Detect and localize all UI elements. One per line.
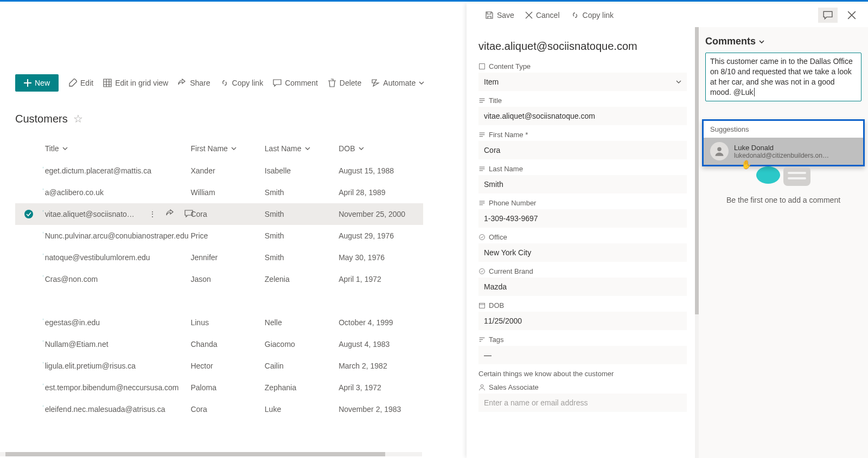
column-dob[interactable]: DOB (339, 144, 423, 153)
comment-icon (273, 79, 282, 87)
column-first-name[interactable]: First Name (190, 144, 264, 153)
cell-ln: Zephania (265, 383, 339, 392)
dob-input[interactable]: 11/25/2000 (478, 312, 687, 330)
copylink-button[interactable]: Copy link (220, 79, 264, 87)
corner-indicator-icon: ↗ (43, 231, 44, 236)
edit-grid-label: Edit in grid view (115, 79, 168, 87)
share-inline-icon[interactable] (166, 209, 175, 220)
table-row[interactable]: ↗a@aclibero.co.ukWilliamSmithApril 28, 1… (15, 182, 423, 203)
text-icon (478, 97, 486, 104)
cell-title[interactable]: ↗Nullam@Etiam.net (43, 340, 191, 349)
cell-title[interactable]: ↗est.tempor.bibendum@neccursusa.com (43, 383, 191, 392)
bubble-icon (783, 166, 810, 186)
comments-toggle-button[interactable] (818, 8, 838, 23)
svg-point-5 (717, 147, 722, 152)
cell-dob: April 3, 1972 (339, 383, 423, 392)
horizontal-scrollbar[interactable] (0, 452, 422, 456)
pane-copylink-button[interactable]: Copy link (571, 11, 614, 20)
chevron-down-icon (305, 146, 310, 151)
table-row[interactable]: ↗Cras@non.comJasonZeleniaApril 1, 1972 (15, 268, 423, 290)
field-label: Sales Associate (478, 383, 687, 391)
table-row[interactable]: ↗ligula.elit.pretium@risus.caHectorCaili… (15, 355, 423, 377)
automate-button[interactable]: Automate (371, 79, 424, 87)
cell-title[interactable]: ↗egestas@in.edu (43, 318, 191, 327)
cell-title[interactable]: ↗Cras@non.com (43, 275, 191, 283)
corner-indicator-icon: ↗ (43, 383, 44, 388)
table-row[interactable]: ↗natoque@vestibulumlorem.eduJenniferSmit… (15, 247, 423, 268)
cell-title[interactable]: ↗natoque@vestibulumlorem.edu (43, 253, 191, 262)
row-inline-actions: ⋮ (149, 209, 193, 220)
new-button[interactable]: New (15, 74, 59, 92)
field-brand: Current Brand Mazda (478, 267, 687, 296)
cell-fn: Price (190, 231, 264, 240)
cell-title[interactable]: ↗eleifend.nec.malesuada@atrisus.ca (43, 405, 191, 414)
mention-suggestions-popover: Suggestions Luke Donald lukedonald@citiz… (702, 119, 865, 166)
suggestion-item[interactable]: Luke Donald lukedonald@citizenbuilders.o… (704, 138, 863, 165)
comments-header[interactable]: Comments (705, 36, 861, 47)
sales-associate-input[interactable]: Enter a name or email address (478, 394, 687, 412)
comment-textarea[interactable]: This customer came in to the Dallas Offi… (705, 53, 861, 101)
first-name-input[interactable]: Cora (478, 141, 687, 159)
cell-title[interactable]: ↗eget.dictum.placerat@mattis.ca (43, 166, 191, 175)
svg-point-4 (481, 385, 483, 388)
plus-icon (24, 79, 31, 87)
field-label: Phone Number (478, 199, 687, 207)
scrollbar-thumb[interactable] (695, 27, 699, 314)
cell-title[interactable]: ↗a@aclibero.co.uk (43, 188, 191, 197)
save-icon (485, 11, 494, 20)
table-row[interactable]: ↗Nunc.pulvinar.arcu@conubianostraper.edu… (15, 225, 423, 247)
favorite-star-icon[interactable]: ☆ (73, 112, 83, 125)
cell-fn: Jason (190, 275, 264, 283)
automate-label: Automate (383, 79, 416, 87)
edit-grid-button[interactable]: Edit in grid view (103, 79, 168, 87)
table-row[interactable]: ↗Nullam@Etiam.netChandaGiacomoAugust 4, … (15, 333, 423, 355)
field-label: Current Brand (478, 267, 687, 275)
cell-fn: Chanda (190, 340, 264, 349)
row-select[interactable] (15, 210, 43, 218)
cell-ln: Giacomo (265, 340, 339, 349)
comment-label: Comment (285, 79, 318, 87)
checkmark-icon (24, 210, 33, 218)
cell-title[interactable]: ↗Nunc.pulvinar.arcu@conubianostraper.edu (43, 231, 191, 240)
table-row[interactable]: ↗eleifend.nec.malesuada@atrisus.caCoraLu… (15, 398, 423, 420)
cell-fn: Linus (190, 318, 264, 327)
list-heading: Customers ☆ (15, 112, 83, 125)
comment-button[interactable]: Comment (273, 79, 318, 87)
title-input[interactable]: vitae.aliquet@sociisnatoque.com (478, 107, 687, 125)
table-row[interactable]: ↗eget.dictum.placerat@mattis.caXanderIsa… (15, 160, 423, 182)
edit-button[interactable]: Edit (68, 79, 93, 87)
pane-save-button[interactable]: Save (485, 11, 514, 20)
tag-icon (478, 336, 486, 343)
field-content-type: Content Type Item (478, 62, 687, 91)
field-sales-associate: Sales Associate Enter a name or email ad… (478, 383, 687, 412)
field-label: DOB (478, 301, 687, 309)
more-actions-icon[interactable]: ⋮ (149, 210, 156, 218)
cell-fn: Xander (190, 166, 264, 175)
list-command-bar: New Edit Edit in grid view Share Copy li… (15, 74, 424, 92)
row-gap (15, 290, 423, 312)
share-button[interactable]: Share (178, 79, 210, 87)
pane-cancel-button[interactable]: Cancel (525, 11, 560, 20)
field-title: Title vitae.aliquet@sociisnatoque.com (478, 96, 687, 125)
form-scrollbar[interactable] (695, 27, 699, 458)
table-row[interactable]: ↗vitae.aliquet@sociisnato…⋮CoraSmithNove… (15, 203, 423, 225)
tags-input[interactable]: — (478, 346, 687, 364)
close-icon (847, 11, 856, 20)
last-name-input[interactable]: Smith (478, 175, 687, 193)
brand-input[interactable]: Mazda (478, 278, 687, 296)
share-label: Share (190, 79, 210, 87)
delete-label: Delete (340, 79, 361, 87)
column-last-name[interactable]: Last Name (265, 144, 339, 153)
table-row[interactable]: ↗est.tempor.bibendum@neccursusa.comPalom… (15, 377, 423, 398)
column-title[interactable]: Title (43, 144, 191, 153)
phone-input[interactable]: 1-309-493-9697 (478, 209, 687, 228)
pane-body: vitae.aliquet@sociisnatoque.com Content … (467, 27, 868, 458)
office-input[interactable]: New York City (478, 243, 687, 262)
cell-title[interactable]: ↗ligula.elit.pretium@risus.ca (43, 362, 191, 370)
scrollbar-thumb[interactable] (5, 452, 385, 456)
delete-button[interactable]: Delete (328, 79, 361, 87)
content-type-select[interactable]: Item (478, 73, 687, 91)
table-row[interactable]: ↗egestas@in.eduLinusNelleOctober 4, 1999 (15, 312, 423, 333)
comment-inline-icon[interactable] (184, 209, 193, 220)
close-pane-button[interactable] (842, 8, 861, 23)
